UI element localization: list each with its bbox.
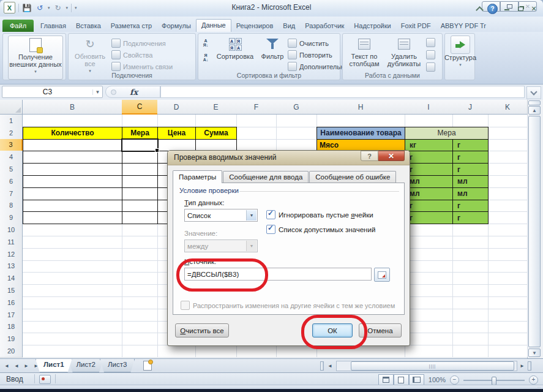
row-header-16[interactable]: 16 <box>0 296 23 309</box>
col-header-G[interactable]: G <box>276 100 317 115</box>
col-header-F[interactable]: F <box>236 100 277 115</box>
cell-I3[interactable]: кг <box>405 139 453 152</box>
row-header-20[interactable]: 20 <box>0 345 23 358</box>
sheet-tab-Лист1[interactable]: Лист1 <box>36 359 72 372</box>
consolidate-icon[interactable] <box>426 50 435 59</box>
zoom-slider-thumb[interactable] <box>492 377 496 385</box>
row-header-14[interactable]: 14 <box>0 272 23 285</box>
macro-record-icon[interactable] <box>39 375 51 384</box>
name-box-dropdown-icon[interactable]: ▼ <box>92 89 102 95</box>
ribbon-tab-Вид[interactable]: Вид <box>278 20 300 32</box>
ribbon-item-Повторить[interactable]: Повторить <box>288 49 348 61</box>
collapse-dialog-button[interactable] <box>374 268 390 282</box>
cell-C6[interactable] <box>122 175 158 188</box>
row-header-4[interactable]: 4 <box>0 151 23 164</box>
ribbon-item-Изменить связи[interactable]: Изменить связи <box>111 61 173 72</box>
text-to-columns-button[interactable]: Текст по столбцам <box>345 36 383 67</box>
sheet-tab-Лист2[interactable]: Лист2 <box>69 359 103 372</box>
row-header-19[interactable]: 19 <box>0 333 23 345</box>
cell-C5[interactable] <box>122 163 158 176</box>
cell-J7[interactable]: мл <box>452 187 489 200</box>
scroll-right-icon[interactable]: ► <box>518 362 526 370</box>
formula-input[interactable] <box>160 86 525 98</box>
insert-function-icon[interactable]: fx <box>130 88 138 97</box>
fill-handle[interactable] <box>155 148 159 153</box>
cell-H2[interactable]: Наименование товара <box>316 127 405 140</box>
dialog-close-icon[interactable]: ✕ <box>378 151 405 161</box>
zoom-slider[interactable] <box>463 376 525 384</box>
cell-I5[interactable]: г <box>405 163 453 176</box>
workbook-restore-icon[interactable] <box>516 6 525 13</box>
sheet-tab-Лист3[interactable]: Лист3 <box>100 359 135 372</box>
dialog-tab-Сообщение для ввода[interactable]: Сообщение для ввода <box>223 171 309 183</box>
ribbon-tab-Foxit PDF[interactable]: Foxit PDF <box>396 20 436 32</box>
ribbon-tab-Рецензиров[interactable]: Рецензиров <box>231 20 279 32</box>
row-header-2[interactable]: 2 <box>0 127 23 140</box>
cell-J9[interactable]: г <box>452 211 489 224</box>
checkbox-checked-icon[interactable] <box>266 225 275 234</box>
ribbon-tab-Формулы[interactable]: Формулы <box>157 20 196 32</box>
source-input[interactable]: =ДВССЫЛ($B3) <box>184 268 372 281</box>
cell-I9[interactable]: г <box>405 211 453 224</box>
ribbon-item-Подключения[interactable]: Подключения <box>111 37 173 49</box>
cell-J5[interactable]: г <box>452 163 489 176</box>
cell-B7[interactable] <box>23 187 122 200</box>
sort-za-icon[interactable]: ЯА↓ <box>201 53 211 62</box>
scrollbar-split-handle[interactable] <box>528 361 531 371</box>
row-header-15[interactable]: 15 <box>0 284 23 297</box>
col-header-H[interactable]: H <box>316 100 405 115</box>
sort-az-icon[interactable]: АЯ↓ <box>201 39 211 47</box>
ribbon-tab-Вставка[interactable]: Вставка <box>71 20 106 32</box>
cell-I4[interactable]: г <box>405 151 453 164</box>
cell-C9[interactable] <box>122 211 158 224</box>
cell-I7[interactable]: мл <box>405 187 453 200</box>
row-header-7[interactable]: 7 <box>0 187 23 200</box>
cell-B3[interactable] <box>23 139 122 152</box>
selected-cell-C3[interactable] <box>121 138 159 153</box>
prev-sheet-icon[interactable]: ◄ <box>12 361 21 370</box>
cell-C4[interactable] <box>122 151 158 164</box>
cell-B4[interactable] <box>23 151 122 164</box>
split-handle[interactable] <box>528 100 541 105</box>
ribbon-item-Очистить[interactable]: Очистить <box>288 37 348 49</box>
cell-E2[interactable]: Сумма <box>195 127 237 140</box>
dialog-title-bar[interactable]: Проверка вводимых значений ? ✕ <box>168 151 410 165</box>
tab-split-handle[interactable] <box>320 361 324 371</box>
cell-C2[interactable]: Мера <box>122 127 158 140</box>
row-header-18[interactable]: 18 <box>0 321 23 334</box>
outline-button[interactable]: Структура ▾ <box>446 36 474 69</box>
ribbon-tab-ABBYY PDF Tr[interactable]: ABBYY PDF Tr <box>436 20 491 32</box>
checkbox-checked-icon[interactable] <box>266 210 275 219</box>
row-header-3[interactable]: 3 <box>0 139 23 152</box>
what-if-analysis-icon[interactable] <box>426 62 435 72</box>
col-header-E[interactable]: E <box>195 100 237 115</box>
cell-J4[interactable]: г <box>452 151 489 164</box>
col-header-C[interactable]: C <box>122 100 158 115</box>
name-box[interactable]: C3 ▼ <box>2 86 103 98</box>
scroll-up-icon[interactable]: ▲ <box>528 106 541 115</box>
cell-I8[interactable]: г <box>405 200 453 213</box>
zoom-in-icon[interactable]: + <box>529 375 538 385</box>
sort-button[interactable]: АЯЯА Сортировка <box>213 36 257 60</box>
col-header-J[interactable]: J <box>452 100 489 115</box>
col-header-K[interactable]: K <box>488 100 528 115</box>
remove-duplicates-button[interactable]: Удалить дубликаты <box>384 36 424 67</box>
cell-I2[interactable]: Мера <box>405 127 489 140</box>
workbook-minimize-icon[interactable] <box>503 6 511 13</box>
get-external-data-button[interactable]: Получение внешних данных ▾ <box>8 36 63 80</box>
data-type-combo[interactable]: Список ▼ <box>184 209 258 222</box>
workbook-close-icon[interactable]: ✕ <box>530 6 538 13</box>
row-header-1[interactable]: 1 <box>0 115 23 127</box>
help-icon[interactable]: ? <box>487 4 498 14</box>
cell-C7[interactable] <box>122 187 158 200</box>
cell-J8[interactable]: г <box>452 200 489 213</box>
horizontal-scroll-thumb[interactable]: |||| <box>351 361 514 371</box>
row-header-9[interactable]: 9 <box>0 211 23 224</box>
ribbon-tab-Данные[interactable]: Данные <box>196 19 231 32</box>
ribbon-tab-Разработчик[interactable]: Разработчик <box>300 20 349 32</box>
cell-C8[interactable] <box>122 200 158 213</box>
select-all-corner[interactable] <box>0 100 23 115</box>
cancel-button[interactable]: Отмена <box>359 323 402 337</box>
zoom-out-icon[interactable]: − <box>450 375 459 385</box>
scroll-down-icon[interactable]: ▼ <box>528 349 541 357</box>
